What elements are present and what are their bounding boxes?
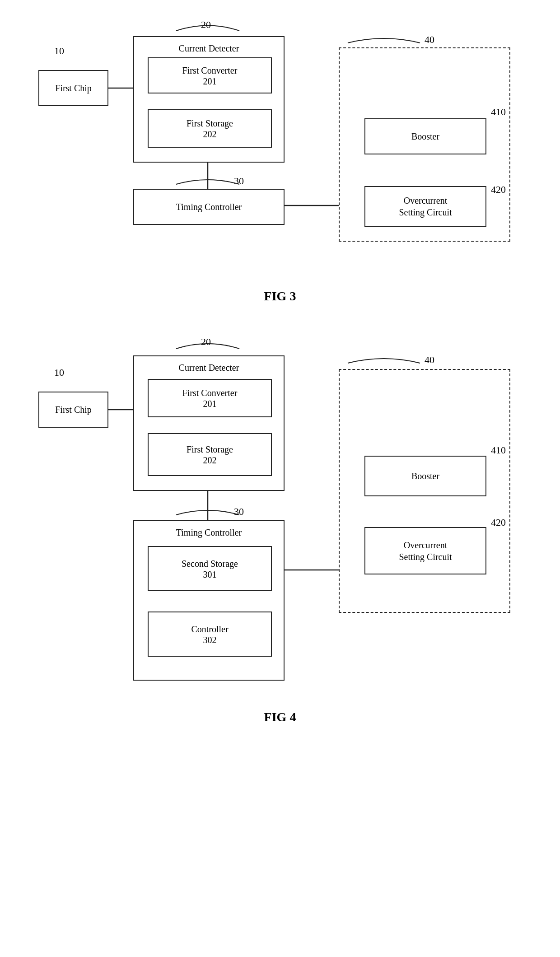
fig3-diagram: 20 10 First Chip Current Detecter First …: [32, 18, 528, 280]
page: 20 10 First Chip Current Detecter First …: [0, 0, 560, 770]
first-storage-box-fig4: First Storage 202: [148, 433, 272, 476]
controller-label-fig4: Controller: [191, 623, 228, 635]
timing-controller-box-fig4: Timing Controller Second Storage 301 Con…: [133, 520, 285, 681]
overcurrent-label-fig4: Overcurrent Setting Circuit: [399, 539, 452, 563]
figure-4-section: 20 10 First Chip Current Detecter First …: [27, 331, 533, 724]
current-detecter-box-fig4: Current Detecter First Converter 201 Fir…: [133, 355, 285, 491]
timing-controller-label-fig3: Timing Controller: [176, 201, 242, 213]
first-storage-label-fig3: First Storage: [187, 117, 233, 129]
timing-controller-label-fig4: Timing Controller: [134, 527, 284, 538]
fig4-label: FIG 4: [27, 710, 533, 724]
first-chip-label-fig4: First Chip: [55, 404, 92, 415]
second-storage-num-fig4: 301: [203, 570, 217, 580]
overcurrent-box-fig3: Overcurrent Setting Circuit: [364, 186, 486, 227]
first-storage-label-fig4: First Storage: [187, 443, 233, 455]
ref-10-fig3: 10: [54, 45, 64, 57]
figure-3-section: 20 10 First Chip Current Detecter First …: [27, 18, 533, 303]
ref-40-fig4: 40: [425, 354, 434, 366]
timing-controller-box-fig3: Timing Controller: [133, 189, 285, 225]
first-converter-num-fig4: 201: [203, 399, 217, 409]
ref-40-fig3: 40: [425, 34, 434, 46]
controller-num-fig4: 302: [203, 635, 217, 645]
second-storage-label-fig4: Second Storage: [182, 558, 238, 570]
first-chip-label-fig3: First Chip: [55, 82, 92, 94]
fig4-diagram: 20 10 First Chip Current Detecter First …: [32, 331, 528, 701]
first-converter-label-fig3: First Converter: [182, 65, 238, 76]
booster-label-fig3: Booster: [411, 131, 439, 142]
ref-410-fig3: 410: [491, 106, 506, 118]
first-converter-box-fig4: First Converter 201: [148, 379, 272, 417]
first-chip-box-fig4: First Chip: [38, 392, 108, 428]
first-storage-num-fig4: 202: [203, 455, 217, 466]
ref-30-fig3: 30: [234, 175, 244, 187]
ref-30-fig4: 30: [234, 506, 244, 518]
first-storage-box-fig3: First Storage 202: [148, 109, 272, 148]
booster-box-fig3: Booster: [364, 118, 486, 154]
ref-20-fig3: 20: [201, 19, 211, 31]
second-storage-box-fig4: Second Storage 301: [148, 546, 272, 591]
first-converter-label-fig4: First Converter: [182, 387, 238, 399]
overcurrent-box-fig4: Overcurrent Setting Circuit: [364, 527, 486, 574]
booster-group-box-fig3: 410 Booster 420 Overcurrent Setting Circ…: [339, 47, 510, 242]
ref-420-fig4: 420: [491, 517, 506, 528]
first-chip-box-fig3: First Chip: [38, 70, 108, 106]
overcurrent-label-fig3: Overcurrent Setting Circuit: [399, 195, 452, 218]
booster-group-box-fig4: 410 Booster 420 Overcurrent Setting Circ…: [339, 369, 510, 613]
ref-410-fig4: 410: [491, 444, 506, 456]
first-converter-box-fig3: First Converter 201: [148, 57, 272, 93]
current-detecter-label-fig3: Current Detecter: [134, 42, 284, 54]
ref-420-fig3: 420: [491, 184, 506, 196]
booster-label-fig4: Booster: [411, 470, 439, 482]
ref-20-fig4: 20: [201, 336, 211, 348]
ref-10-fig4: 10: [54, 367, 64, 378]
booster-box-fig4: Booster: [364, 456, 486, 496]
controller-box-fig4: Controller 302: [148, 612, 272, 657]
fig3-label: FIG 3: [27, 289, 533, 303]
current-detecter-label-fig4: Current Detecter: [134, 362, 284, 373]
current-detecter-box-fig3: Current Detecter First Converter 201 Fir…: [133, 36, 285, 163]
first-converter-num-fig3: 201: [203, 76, 217, 87]
first-storage-num-fig3: 202: [203, 129, 217, 140]
